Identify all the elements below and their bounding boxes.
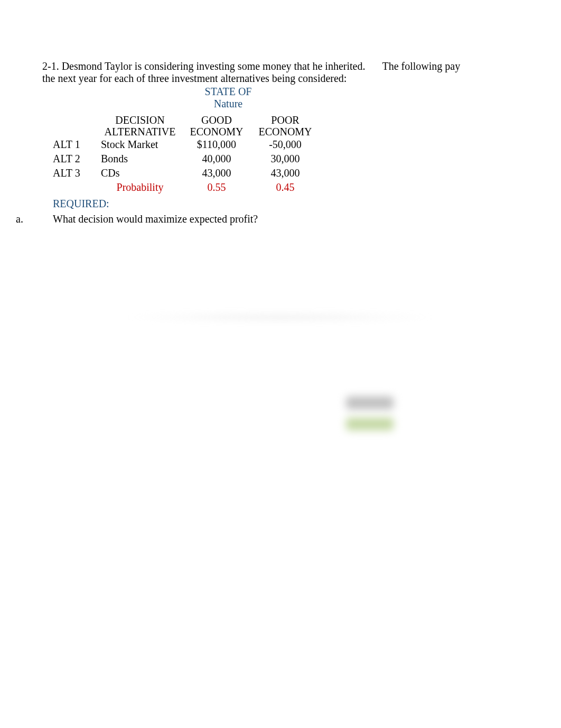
intro-text-1b: The following pay — [382, 60, 460, 72]
header-good-l1: GOOD — [182, 114, 251, 126]
header-good-l2: ECONOMY — [182, 126, 251, 137]
header-poor: POOR ECONOMY — [251, 114, 320, 137]
payoff-table: DECISION ALTERNATIVE GOOD ECONOMY POOR E… — [53, 114, 528, 195]
row-decision: Bonds — [98, 152, 182, 166]
header-decision: DECISION ALTERNATIVE — [98, 114, 182, 137]
prob-good: 0.55 — [182, 180, 251, 195]
state-header-line2: Nature — [194, 98, 263, 110]
row-decision: Stock Market — [98, 137, 182, 152]
row-good: $110,000 — [182, 137, 251, 152]
row-label: ALT 2 — [53, 152, 98, 166]
row-poor: 30,000 — [251, 152, 320, 166]
table-row: ALT 2 Bonds 40,000 30,000 — [53, 152, 528, 166]
row-label: ALT 1 — [53, 137, 98, 152]
intro-text-1a: 2-1. Desmond Taylor is considering inves… — [42, 60, 365, 72]
question-text: What decision would maximize expected pr… — [53, 213, 258, 225]
state-header-line1: STATE OF — [194, 86, 263, 98]
row-poor: 43,000 — [251, 166, 320, 180]
header-good: GOOD ECONOMY — [182, 114, 251, 137]
header-decision-l1: DECISION — [98, 114, 182, 126]
intro-line-2: the next year for each of three investme… — [42, 72, 528, 85]
header-decision-l2: ALTERNATIVE — [98, 126, 182, 137]
table-row: ALT 3 CDs 43,000 43,000 — [53, 166, 528, 180]
header-poor-l1: POOR — [251, 114, 320, 126]
state-of-nature-header: STATE OF Nature — [194, 86, 263, 110]
row-good: 43,000 — [182, 166, 251, 180]
blurred-divider — [121, 312, 438, 322]
blurred-content-1 — [346, 397, 394, 409]
row-poor: -50,000 — [251, 137, 320, 152]
document-content: 2-1. Desmond Taylor is considering inves… — [42, 60, 528, 225]
row-label: ALT 3 — [53, 166, 98, 180]
header-poor-l2: ECONOMY — [251, 126, 320, 137]
row-decision: CDs — [98, 166, 182, 180]
prob-poor: 0.45 — [251, 180, 320, 195]
blurred-content-2 — [346, 418, 394, 430]
row-good: 40,000 — [182, 152, 251, 166]
intro-line-1: 2-1. Desmond Taylor is considering inves… — [42, 60, 528, 72]
prob-label: Probability — [98, 180, 182, 195]
table-row: ALT 1 Stock Market $110,000 -50,000 — [53, 137, 528, 152]
required-label: REQUIRED: — [53, 198, 528, 210]
table-header-row: DECISION ALTERNATIVE GOOD ECONOMY POOR E… — [53, 114, 528, 137]
probability-row: Probability 0.55 0.45 — [53, 180, 528, 195]
question-a: a. What decision would maximize expected… — [42, 213, 528, 225]
